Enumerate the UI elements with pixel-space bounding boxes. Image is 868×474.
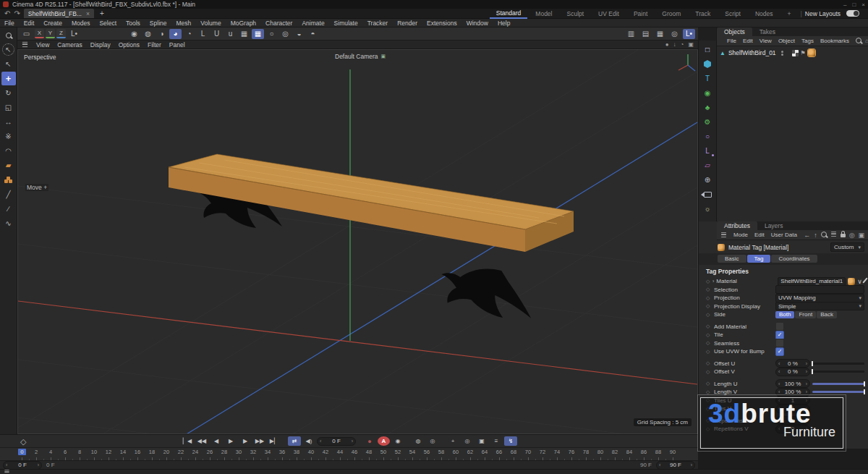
workplane-lock-icon[interactable]: ◎ [279,29,292,39]
search-icon[interactable] [821,232,827,239]
sketch-tool[interactable]: ∿ [1,216,16,230]
menu-file[interactable]: File [4,20,14,27]
menu-character[interactable]: Character [265,20,292,27]
menu-mograph[interactable]: MoGraph [231,20,256,27]
snap-settings-icon[interactable]: u [224,29,237,39]
coordinates-manager-icon[interactable]: L [197,29,209,39]
target-icon[interactable]: ◎ [849,232,855,239]
projection-field[interactable]: UVW Mapping▾ [775,294,864,302]
play-button[interactable]: ▶ [224,436,237,446]
tweak-selection-tool[interactable]: ↖ [1,57,16,71]
menu-modes[interactable]: Modes [72,20,90,27]
popout-icon[interactable]: ▣ [858,232,864,239]
start-frame-stepper[interactable]: ‹0 F› [3,461,42,470]
menu-simulate[interactable]: Simulate [334,20,358,27]
play-mode-button[interactable]: ⇄ [288,436,301,446]
seamless-checkbox[interactable] [775,339,784,347]
keyframe-dot-icon[interactable]: ◇ [706,279,712,284]
autokeying-region-button[interactable]: ↯ [504,436,517,446]
objects-menu-tags[interactable]: Tags [801,38,814,44]
move-tool[interactable]: + [1,72,16,85]
render-region-icon[interactable]: ◍ [142,29,154,39]
scale-tool[interactable]: ◱ [1,101,16,114]
layout-tab-paint[interactable]: Paint [627,9,654,18]
document-tab[interactable]: ShelfWithBird_FB... × [24,9,94,18]
side-option-back[interactable]: Back [817,311,837,318]
subdivision-surface-icon[interactable]: ◉ [700,86,715,100]
close-icon[interactable]: × [861,1,865,8]
length-v-slider[interactable] [812,391,864,393]
visibility-dots-icon[interactable] [781,51,783,56]
keyframe-dot-icon[interactable]: ◇ [706,295,712,301]
object-tree-row[interactable]: ▲ ShelfWithBird_01 ⚑ [717,46,868,59]
keyframe-dot-icon[interactable]: ◇ [706,323,712,329]
up-arrow-icon[interactable]: ↑ [814,232,817,239]
attributes-menu-edit[interactable]: Edit [754,232,765,238]
current-frame-stepper[interactable]: ‹0 F› [317,437,356,446]
keyframe-dot-icon[interactable]: ◇ [706,349,712,355]
keyframe-dot-icon[interactable]: ◇ [706,369,712,375]
undo-icon[interactable]: ↶ [4,9,10,17]
coordinate-system-icon[interactable]: L• [68,29,80,39]
selection-field[interactable] [775,285,864,294]
keyframe-dot-icon[interactable]: ◇ [706,340,712,346]
objects-menu-object[interactable]: Object [778,38,795,44]
stepper-left-arrow[interactable]: ‹ [776,361,782,366]
layout-tab-uv-edit[interactable]: UV Edit [592,9,626,18]
edit-pencil-icon[interactable] [864,277,866,285]
keyframe-dot-icon[interactable]: ◇ [706,360,712,366]
render-picture-viewer-icon[interactable]: ▥ [625,29,637,39]
layout-tab-model[interactable]: Model [529,9,558,18]
offset-v-slider[interactable] [812,371,864,373]
minimize-icon[interactable]: – [843,1,846,8]
material-field[interactable]: ShelfWithBird_material1 [778,277,846,286]
keyframe-dot-icon[interactable]: ◇ [706,287,712,292]
team-render-icon[interactable]: ▦ [654,29,666,39]
render-view-icon[interactable]: ◉ [128,29,140,39]
maximize-icon[interactable]: □ [852,1,856,8]
stepper-right-arrow[interactable]: › [349,439,355,444]
material-tag-icon[interactable] [808,49,815,56]
section-tab-tag[interactable]: Tag [747,255,771,263]
menu-tools[interactable]: Tools [126,20,140,27]
environment-icon[interactable]: ⊕ [700,173,715,187]
layout-tab-groom[interactable]: Groom [655,9,687,18]
menu-tracker[interactable]: Tracker [367,20,388,27]
next-frame-button[interactable]: ▶ [239,436,252,446]
toggle-panels-icon[interactable]: ▣ [688,41,694,48]
close-tab-icon[interactable]: × [86,10,90,17]
lock-icon[interactable] [841,232,846,239]
viewport-menu-icon[interactable] [22,42,27,47]
projection-display-field[interactable]: Simple▾ [775,302,864,310]
tile-checkbox[interactable]: ✓ [775,331,784,339]
timeline-ruler[interactable]: 0 02468101214161820222426283032343638404… [0,447,698,460]
stepper-right-arrow[interactable]: › [804,361,809,366]
light-object-icon[interactable]: ☼ [700,202,715,216]
new-layouts-button[interactable]: New Layouts [805,10,841,17]
tab-takes[interactable]: Takes [752,27,783,36]
status-menu-icon[interactable] [4,470,9,474]
object-name[interactable]: ShelfWithBird_01 [728,49,776,56]
menu-animate[interactable]: Animate [302,20,324,27]
snap-icon[interactable]: U [210,29,223,39]
menu-extensions[interactable]: Extensions [427,20,457,27]
objects-menu-edit[interactable]: Edit [743,38,753,44]
workplane-icon[interactable]: ○ [265,29,278,39]
attributes-menu-icon[interactable] [721,232,726,237]
previous-key-button[interactable]: ◀◀ [195,436,208,446]
keyframe-dot-icon[interactable]: ◇ [706,389,712,395]
section-tab-coordinates[interactable]: Coordinates [771,255,817,263]
tab-attributes[interactable]: Attributes [717,221,757,230]
axis-lock-z[interactable]: Z [56,29,66,38]
menu-help[interactable]: Help [498,20,510,27]
expand-arrow-icon[interactable]: › [712,279,714,284]
axis-tool[interactable]: ↔ [1,115,16,129]
primitives-tool[interactable] [1,173,16,187]
length-u-slider[interactable] [812,383,864,385]
previous-frame-button[interactable]: ◀ [210,436,223,446]
deformer-icon[interactable]: ▱ [700,158,715,172]
ik-tool[interactable]: ※ [1,130,16,143]
keyframe-selection-button[interactable]: ◉ [391,436,404,446]
keyframe-dot-icon[interactable]: ◇ [706,303,712,309]
stepper-left-arrow[interactable]: ‹ [318,439,323,444]
